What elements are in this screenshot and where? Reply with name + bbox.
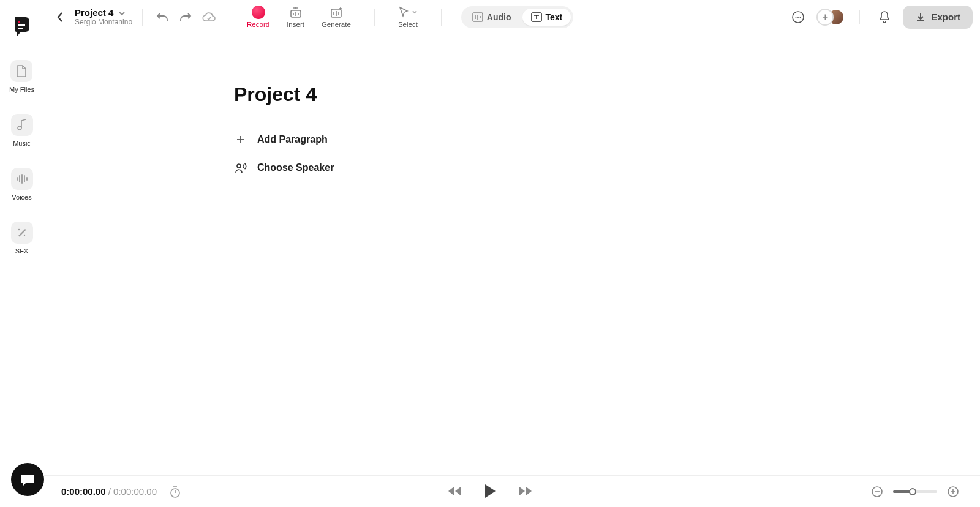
view-audio-button[interactable]: Audio bbox=[464, 9, 520, 26]
zoom-in-button[interactable] bbox=[943, 482, 963, 501]
sidebar-item-label: My Files bbox=[9, 86, 34, 93]
svg-point-27 bbox=[800, 17, 801, 18]
text-block-icon bbox=[531, 12, 542, 22]
export-button[interactable]: Export bbox=[903, 6, 973, 29]
divider bbox=[374, 9, 375, 26]
generate-icon bbox=[330, 6, 343, 18]
back-button[interactable] bbox=[51, 9, 69, 26]
help-chat-button[interactable] bbox=[11, 463, 44, 496]
comments-button[interactable] bbox=[788, 7, 808, 27]
file-icon bbox=[10, 60, 32, 82]
insert-mode[interactable]: Insert bbox=[287, 6, 304, 28]
add-paragraph-action[interactable]: Add Paragraph bbox=[234, 133, 980, 146]
transport-controls bbox=[446, 481, 534, 501]
chevron-down-icon bbox=[412, 10, 418, 15]
music-note-icon bbox=[11, 114, 33, 136]
rewind-button[interactable] bbox=[446, 483, 463, 500]
mode-label: Insert bbox=[287, 21, 304, 28]
sidebar-item-my-files[interactable]: My Files bbox=[9, 60, 34, 93]
record-icon bbox=[252, 6, 265, 19]
collaborators[interactable]: + bbox=[816, 9, 845, 26]
mode-label: Generate bbox=[322, 21, 351, 28]
document-canvas: Project 4 Add Paragraph Choose Speaker bbox=[44, 34, 980, 475]
header-right: + Export bbox=[788, 6, 973, 29]
cloud-save-icon[interactable] bbox=[199, 7, 219, 27]
svg-point-3 bbox=[18, 126, 21, 130]
svg-point-30 bbox=[237, 164, 241, 168]
forward-button[interactable] bbox=[517, 483, 534, 500]
sparkle-icon bbox=[11, 222, 33, 244]
svg-point-10 bbox=[18, 229, 19, 230]
audio-track-icon bbox=[472, 12, 483, 22]
project-title: Project 4 bbox=[75, 7, 113, 18]
view-toggle: Audio Text bbox=[461, 6, 573, 28]
choose-speaker-action[interactable]: Choose Speaker bbox=[234, 161, 980, 175]
sidebar-item-label: SFX bbox=[15, 247, 28, 255]
svg-rect-1 bbox=[18, 24, 25, 26]
download-icon bbox=[915, 12, 926, 23]
app-logo[interactable] bbox=[11, 15, 33, 39]
svg-point-9 bbox=[23, 235, 24, 236]
project-owner: Sergio Montanino bbox=[75, 18, 132, 26]
choose-speaker-label: Choose Speaker bbox=[257, 162, 334, 173]
sidebar-item-label: Voices bbox=[12, 193, 31, 201]
insert-icon bbox=[289, 6, 303, 18]
notifications-button[interactable] bbox=[875, 7, 894, 27]
sidebar: My Files Music Voices SFX bbox=[0, 0, 44, 507]
add-paragraph-label: Add Paragraph bbox=[257, 134, 328, 145]
chat-icon bbox=[20, 472, 36, 487]
divider bbox=[859, 10, 860, 24]
divider bbox=[142, 9, 143, 26]
mode-label: Record bbox=[247, 21, 270, 28]
timer-button[interactable] bbox=[165, 482, 185, 501]
zoom-control bbox=[867, 482, 963, 501]
project-info: Project 4 Sergio Montanino bbox=[75, 7, 132, 26]
sidebar-item-label: Music bbox=[13, 140, 31, 147]
svg-point-25 bbox=[796, 17, 797, 18]
record-mode[interactable]: Record bbox=[247, 6, 270, 28]
svg-point-26 bbox=[797, 17, 799, 18]
view-text-button[interactable]: Text bbox=[522, 9, 571, 26]
view-audio-label: Audio bbox=[487, 12, 511, 22]
divider bbox=[441, 9, 442, 26]
cursor-icon bbox=[398, 6, 409, 18]
zoom-out-button[interactable] bbox=[867, 482, 887, 501]
export-label: Export bbox=[931, 12, 960, 22]
waveform-icon bbox=[11, 168, 33, 190]
redo-button[interactable] bbox=[176, 7, 195, 27]
zoom-slider[interactable] bbox=[893, 490, 937, 493]
mode-group: Record Insert Generate bbox=[247, 6, 448, 28]
sidebar-item-sfx[interactable]: SFX bbox=[11, 222, 33, 255]
project-menu-caret[interactable] bbox=[118, 7, 126, 18]
generate-mode[interactable]: Generate bbox=[322, 6, 351, 28]
document-title[interactable]: Project 4 bbox=[234, 83, 980, 106]
time-current: 0:00:00.00 bbox=[61, 486, 106, 497]
svg-rect-0 bbox=[18, 21, 20, 23]
play-button[interactable] bbox=[480, 481, 500, 501]
svg-rect-2 bbox=[18, 28, 23, 29]
top-toolbar: Project 4 Sergio Montanino Record bbox=[44, 0, 980, 34]
plus-icon bbox=[234, 133, 247, 146]
sidebar-item-voices[interactable]: Voices bbox=[11, 168, 33, 201]
time-duration: 0:00:00.00 bbox=[113, 486, 157, 497]
select-mode[interactable]: Select bbox=[398, 6, 418, 28]
undo-button[interactable] bbox=[153, 7, 172, 27]
add-collaborator-button[interactable]: + bbox=[816, 9, 834, 26]
mode-label: Select bbox=[398, 21, 418, 28]
sidebar-item-music[interactable]: Music bbox=[11, 114, 33, 147]
playback-time: 0:00:00.00 / 0:00:00.00 bbox=[61, 486, 157, 497]
speaker-person-icon bbox=[234, 161, 247, 175]
view-text-label: Text bbox=[546, 12, 563, 22]
